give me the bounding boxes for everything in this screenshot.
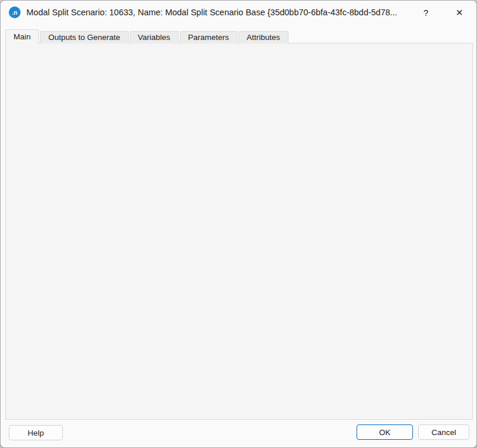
app-logo-icon: .n [9, 6, 21, 18]
tab-attributes[interactable]: Attributes [238, 31, 288, 44]
title-bar: .n Modal Split Scenario: 10633, Name: Mo… [1, 1, 476, 24]
ok-button[interactable]: OK [357, 424, 413, 440]
window-close-button[interactable]: × [448, 4, 471, 21]
cancel-button[interactable]: Cancel [418, 424, 469, 440]
tab-outputs-to-generate[interactable]: Outputs to Generate [40, 31, 128, 44]
tab-variables[interactable]: Variables [130, 31, 179, 44]
tab-page-main [5, 43, 473, 420]
tab-main[interactable]: Main [5, 29, 39, 44]
window-help-button[interactable]: ? [415, 4, 436, 21]
help-button[interactable]: Help [9, 425, 63, 440]
tab-strip: Main Outputs to Generate Variables Param… [5, 29, 290, 44]
modal-split-scenario-dialog: .n Modal Split Scenario: 10633, Name: Mo… [0, 0, 477, 448]
tab-parameters[interactable]: Parameters [180, 31, 237, 44]
window-title: Modal Split Scenario: 10633, Name: Modal… [26, 1, 408, 24]
